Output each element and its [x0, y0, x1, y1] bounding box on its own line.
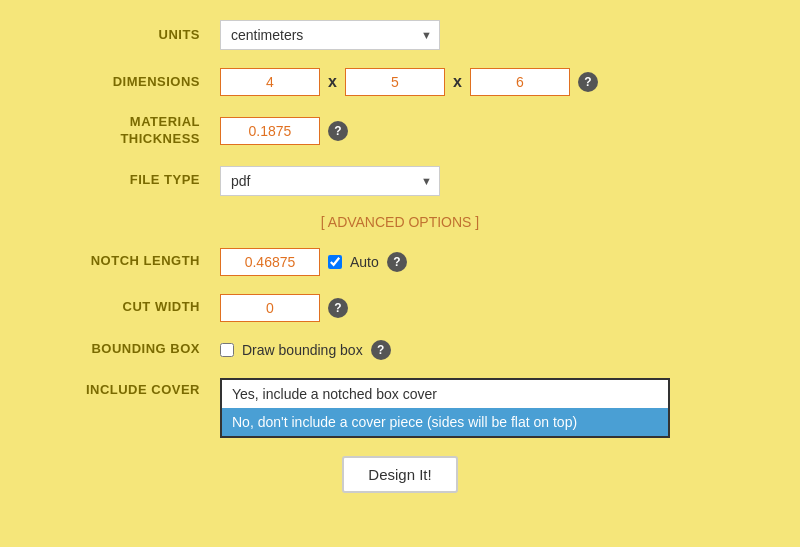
- bounding-box-controls: Draw bounding box ?: [220, 340, 391, 360]
- include-cover-label: INCLUDE COVER: [40, 378, 220, 399]
- material-thickness-input[interactable]: 0.1875: [220, 117, 320, 145]
- file-type-controls: pdf svg dxf: [220, 166, 440, 196]
- bounding-help-icon[interactable]: ?: [371, 340, 391, 360]
- dimensions-row: DIMENSIONS 4 x 5 x 6 ?: [40, 68, 760, 96]
- bounding-box-row: BOUNDING BOX Draw bounding box ?: [40, 340, 760, 360]
- advanced-options-row: [ ADVANCED OPTIONS ]: [40, 214, 760, 230]
- filetype-select[interactable]: pdf svg dxf: [220, 166, 440, 196]
- dimensions-help-icon[interactable]: ?: [578, 72, 598, 92]
- cutwidth-help-icon[interactable]: ?: [328, 298, 348, 318]
- cut-width-input[interactable]: 0: [220, 294, 320, 322]
- material-thickness-row: MATERIAL THICKNESS 0.1875 ?: [40, 114, 760, 148]
- notch-length-row: NOTCH LENGTH 0.46875 Auto ?: [40, 248, 760, 276]
- bounding-box-label: BOUNDING BOX: [40, 341, 220, 358]
- cut-width-row: CUT WIDTH 0 ?: [40, 294, 760, 322]
- notch-length-controls: 0.46875 Auto ?: [220, 248, 407, 276]
- design-it-button[interactable]: Design It!: [342, 456, 457, 493]
- bounding-box-text: Draw bounding box: [242, 342, 363, 358]
- dim-separator-1: x: [328, 73, 337, 91]
- dimensions-controls: 4 x 5 x 6 ?: [220, 68, 598, 96]
- file-type-label: FILE TYPE: [40, 172, 220, 189]
- dim-separator-2: x: [453, 73, 462, 91]
- units-label: UNITS: [40, 27, 220, 44]
- material-thickness-controls: 0.1875 ?: [220, 117, 348, 145]
- filetype-select-wrapper[interactable]: pdf svg dxf: [220, 166, 440, 196]
- include-cover-controls: Yes, include a notched box cover No, don…: [220, 378, 670, 438]
- units-controls: centimeters inches millimeters: [220, 20, 440, 50]
- cover-option-no[interactable]: No, don't include a cover piece (sides w…: [222, 408, 668, 436]
- notch-help-icon[interactable]: ?: [387, 252, 407, 272]
- dimension-y-input[interactable]: 5: [345, 68, 445, 96]
- auto-checkbox[interactable]: [328, 255, 342, 269]
- cover-option-yes[interactable]: Yes, include a notched box cover: [222, 380, 668, 408]
- dimensions-label: DIMENSIONS: [40, 74, 220, 91]
- include-cover-row: INCLUDE COVER Yes, include a notched box…: [40, 378, 760, 438]
- cut-width-controls: 0 ?: [220, 294, 348, 322]
- dimension-z-input[interactable]: 6: [470, 68, 570, 96]
- notch-length-input[interactable]: 0.46875: [220, 248, 320, 276]
- file-type-row: FILE TYPE pdf svg dxf: [40, 166, 760, 196]
- material-thickness-label: MATERIAL THICKNESS: [40, 114, 220, 148]
- design-button-row: Design It!: [40, 456, 760, 493]
- auto-label: Auto: [350, 254, 379, 270]
- advanced-options-link[interactable]: [ ADVANCED OPTIONS ]: [321, 214, 479, 230]
- dimension-x-input[interactable]: 4: [220, 68, 320, 96]
- units-select[interactable]: centimeters inches millimeters: [220, 20, 440, 50]
- notch-length-label: NOTCH LENGTH: [40, 253, 220, 270]
- material-help-icon[interactable]: ?: [328, 121, 348, 141]
- units-row: UNITS centimeters inches millimeters: [40, 20, 760, 50]
- units-select-wrapper[interactable]: centimeters inches millimeters: [220, 20, 440, 50]
- bounding-box-checkbox[interactable]: [220, 343, 234, 357]
- cut-width-label: CUT WIDTH: [40, 299, 220, 316]
- cover-listbox[interactable]: Yes, include a notched box cover No, don…: [220, 378, 670, 438]
